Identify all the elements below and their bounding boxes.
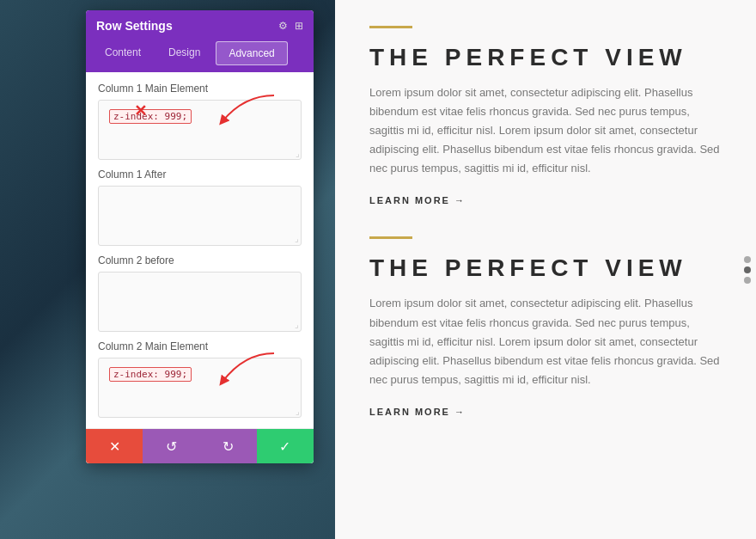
save-button[interactable]: ✓ [257,429,314,463]
col2-main-field: z-index: 999; ⌟ [98,358,302,418]
col2-main-value: z-index: 999; [109,367,192,382]
field-label-col2-main: Column 2 Main Element [98,340,302,352]
section-text-1: Lorem ipsum dolor sit amet, consectetur … [369,83,722,178]
panel-body: Column 1 Main Element z-index: 999; ✕ ⌟ [86,72,314,428]
undo-button[interactable]: ↺ [143,429,199,463]
row-settings-panel: Row Settings ⚙ ⊞ Content Design Advanced… [86,10,314,463]
settings-icon[interactable]: ⚙ [278,20,288,33]
col1-main-value: z-index: 999; [109,109,192,124]
scroll-dot-1 [744,256,751,263]
panel-header-icons: ⚙ ⊞ [278,20,303,33]
tab-advanced[interactable]: Advanced [216,41,287,65]
col1-main-field: z-index: 999; ✕ ⌟ [98,100,302,160]
scroll-dot-2 [744,266,751,273]
panel-tabs: Content Design Advanced [86,41,314,72]
learn-more-1[interactable]: LEARN MORE → [369,195,722,205]
red-x-icon: ✕ [134,101,147,120]
field-label-col2-before: Column 2 before [98,254,302,266]
section-accent-1 [369,26,412,28]
expand-icon[interactable]: ⊞ [295,20,303,33]
learn-more-2[interactable]: LEARN MORE → [369,407,722,417]
panel-title: Row Settings [96,19,173,33]
tab-design[interactable]: Design [156,41,212,65]
right-panel: THE PERFECT VIEW Lorem ipsum dolor sit a… [335,0,756,539]
field-label-col1-after: Column 1 After [98,168,302,181]
panel-footer: ✕ ↺ ↻ ✓ [86,428,314,463]
col1-main-textarea[interactable]: z-index: 999; [98,100,302,160]
col1-after-textarea[interactable]: ⌟ [98,186,302,246]
cancel-button[interactable]: ✕ [86,429,143,463]
section-accent-2 [369,236,412,239]
left-panel: Row Settings ⚙ ⊞ Content Design Advanced… [0,0,335,539]
section-text-2: Lorem ipsum dolor sit amet, consectetur … [369,294,722,389]
section-title-2: THE PERFECT VIEW [369,254,722,282]
resize-handle-2: ⌟ [295,234,299,243]
panel-header: Row Settings ⚙ ⊞ [86,10,314,41]
resize-handle-1: ⌟ [296,149,300,158]
scroll-dot-3 [744,277,751,284]
col2-main-textarea[interactable]: z-index: 999; [98,358,302,418]
redo-button[interactable]: ↻ [200,429,257,463]
resize-handle-4: ⌟ [296,407,300,416]
col2-before-textarea[interactable]: ⌟ [98,272,302,332]
section-title-1: THE PERFECT VIEW [369,44,722,71]
field-label-col1-main: Column 1 Main Element [98,83,302,95]
resize-handle-3: ⌟ [295,320,299,329]
tab-content[interactable]: Content [93,41,153,65]
scroll-dots [744,256,751,284]
